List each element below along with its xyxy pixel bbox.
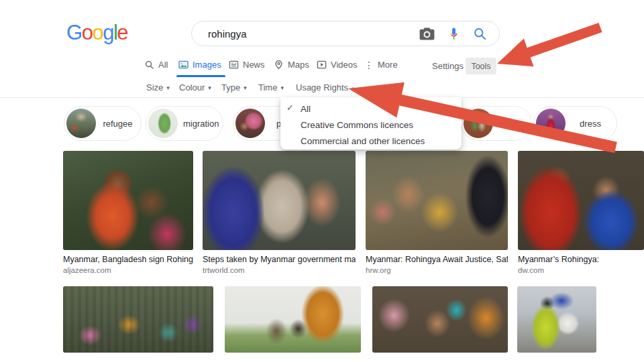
tab-images[interactable]: Images [178, 60, 221, 70]
filter-label: Time [258, 82, 277, 93]
search-submit-icon[interactable] [473, 27, 487, 41]
logo-letter: e [117, 21, 127, 45]
filter-label: Usage Rights [296, 82, 348, 93]
google-logo[interactable]: Google [66, 21, 127, 45]
result-image[interactable] [203, 151, 356, 250]
result-domain[interactable]: dw.com [518, 266, 644, 274]
usage-rights-dropdown: ✓ All Creative Commons licences Commerci… [280, 97, 462, 149]
microphone-icon[interactable] [448, 26, 460, 41]
logo-letter: g [103, 21, 113, 45]
tab-label: More [378, 60, 398, 70]
chip-refugee[interactable]: refugee [64, 106, 142, 141]
result-item: Myanmar: Rohingya Await Justice, Safe ..… [366, 151, 508, 274]
caret-down-icon: ▾ [166, 84, 170, 91]
result-image[interactable] [63, 151, 193, 250]
tab-label: News [243, 60, 265, 70]
news-tab-icon [229, 60, 239, 70]
chip-thumbnail [66, 109, 96, 138]
tools-button[interactable]: Tools [466, 58, 496, 74]
images-tab-icon [178, 60, 189, 70]
logo-letter: o [92, 21, 103, 45]
tab-label: Maps [288, 60, 309, 70]
tab-label: Images [193, 60, 221, 70]
result-item [372, 286, 508, 353]
tab-videos[interactable]: Videos [317, 60, 358, 70]
caret-down-icon: ▾ [244, 84, 247, 91]
filter-time[interactable]: Time ▾ [258, 82, 284, 93]
caret-down-icon: ▾ [280, 84, 284, 91]
filter-label: Type [221, 82, 240, 93]
filter-type[interactable]: Type ▾ [221, 82, 247, 93]
result-item [63, 286, 213, 353]
dropdown-item-all[interactable]: ✓ All [280, 101, 462, 117]
chip-thumbnail [148, 109, 178, 138]
result-title[interactable]: Myanmar, Bangladesh sign Rohingya ... [63, 255, 193, 264]
tab-more[interactable]: ⋮ More [364, 60, 398, 70]
result-image[interactable] [518, 151, 644, 250]
settings-button[interactable]: Settings [432, 61, 464, 71]
result-title[interactable]: Myanmar: Rohingya Await Justice, Safe ..… [366, 255, 508, 264]
dropdown-item-label: Creative Commons licences [301, 120, 413, 130]
result-item: Myanmar, Bangladesh sign Rohingya ... al… [63, 151, 193, 274]
more-dots-icon: ⋮ [364, 60, 374, 70]
chip-label: refugee [96, 119, 141, 129]
tab-all[interactable]: All [144, 60, 168, 70]
result-item [517, 286, 596, 353]
dropdown-item-label: All [301, 104, 311, 114]
dropdown-item-commercial[interactable]: Commercial and other licences [280, 133, 462, 149]
tab-news[interactable]: News [229, 60, 265, 70]
logo-letter: o [82, 21, 93, 45]
google-images-page: Google [0, 0, 644, 362]
result-domain[interactable]: trtworld.com [203, 266, 356, 274]
videos-tab-icon [317, 60, 327, 70]
chip-label: dress [566, 119, 616, 129]
check-icon: ✓ [286, 103, 294, 113]
result-item: Myanmar’s Rohingya: dw.com [518, 151, 644, 274]
result-image[interactable] [517, 286, 596, 353]
chip-migration[interactable]: migration [146, 106, 223, 141]
filter-label: Size [146, 82, 163, 93]
logo-letter: G [66, 21, 82, 45]
tab-label: All [158, 60, 168, 70]
maps-pin-icon [274, 60, 284, 70]
result-image[interactable] [366, 151, 508, 250]
caret-down-icon: ▾ [208, 84, 211, 91]
chip-thumbnail [464, 109, 493, 138]
tab-maps[interactable]: Maps [274, 60, 309, 70]
search-tab-icon [144, 60, 154, 70]
search-bar [191, 21, 500, 46]
caret-up-icon: ▴ [352, 84, 355, 91]
arrow-to-tools-icon [497, 23, 602, 66]
dropdown-item-creative-commons[interactable]: Creative Commons licences [280, 117, 462, 133]
chip-thumbnail [235, 109, 265, 138]
active-tab-underline [176, 75, 225, 77]
result-domain[interactable]: hrw.org [366, 266, 508, 274]
chip-label: migration [178, 119, 223, 129]
result-domain[interactable]: aljazeera.com [63, 266, 193, 274]
result-title[interactable]: Steps taken by Myanmar government make .… [203, 255, 356, 264]
chip-partially-hidden[interactable]: la [461, 106, 532, 141]
camera-search-icon[interactable] [419, 27, 435, 40]
result-image[interactable] [372, 286, 508, 353]
filter-size[interactable]: Size ▾ [146, 82, 170, 93]
search-input[interactable] [208, 28, 406, 40]
result-title[interactable]: Myanmar’s Rohingya: [518, 255, 644, 264]
result-item: Steps taken by Myanmar government make .… [203, 151, 356, 274]
filter-usage-rights[interactable]: Usage Rights ▴ [296, 82, 355, 93]
chip-dress[interactable]: dress [533, 106, 617, 141]
filter-colour[interactable]: Colour ▾ [179, 82, 211, 93]
tab-label: Videos [331, 60, 358, 70]
result-image[interactable] [225, 286, 361, 353]
dropdown-item-label: Commercial and other licences [301, 136, 425, 146]
filter-label: Colour [179, 82, 205, 93]
result-item [225, 286, 361, 353]
result-image[interactable] [63, 286, 213, 353]
chip-thumbnail [536, 109, 566, 138]
chip-label: la [493, 119, 531, 129]
